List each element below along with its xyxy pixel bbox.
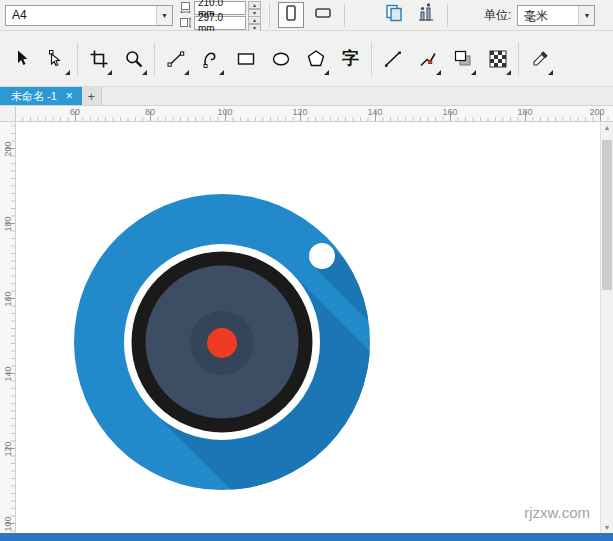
page-dimensions-group: 210.0 mm ▴ ▾ 297.0 mm ▴ ▾ [179, 1, 261, 30]
crop-icon [89, 49, 109, 69]
spin-up-icon[interactable]: ▴ [248, 16, 261, 24]
page-height-stepper[interactable]: ▴ ▾ [248, 16, 261, 30]
ruler-mark: 160 [3, 291, 13, 307]
shape-icon [47, 49, 67, 69]
scroll-up-icon[interactable]: ▲ [601, 124, 613, 131]
page-width-icon [179, 1, 192, 14]
ruler-origin-corner [0, 106, 16, 122]
divider [154, 42, 155, 76]
ruler-mark: 100 [3, 516, 13, 532]
line-tool[interactable] [375, 36, 410, 82]
red-center-circle[interactable] [207, 328, 237, 358]
white-highlight-circle[interactable] [309, 243, 335, 269]
text-tool[interactable]: 字 [333, 36, 368, 82]
watermark: rjzxw.com [524, 504, 590, 521]
close-icon[interactable]: × [66, 90, 73, 102]
all-pages-button[interactable] [381, 2, 407, 28]
ruler-mark: 80 [145, 107, 155, 117]
ruler-mark: 140 [3, 366, 13, 382]
page-size-dropdown[interactable]: A4 ▼ [5, 5, 173, 26]
pattern-fill-icon [488, 49, 508, 69]
ruler-mark: 200 [3, 141, 13, 157]
ruler-mark: 140 [367, 107, 382, 117]
document-tab[interactable]: 未命名 -1 × [0, 87, 82, 105]
ruler-mark: 120 [3, 441, 13, 457]
polyline-icon [418, 49, 438, 69]
line-icon [383, 49, 403, 69]
vertical-scrollbar-thumb[interactable] [602, 140, 612, 290]
divider [77, 42, 78, 76]
polygon-icon [306, 49, 326, 69]
eyedropper-icon [530, 49, 550, 69]
app-window: A4 ▼ 210.0 mm ▴ ▾ 297.0 mm ▴ [0, 0, 613, 541]
portrait-icon [280, 2, 302, 28]
vertical-scrollbar[interactable]: ▲ ▼ [600, 122, 613, 533]
divider [447, 3, 448, 27]
chevron-down-icon[interactable]: ▼ [156, 6, 172, 25]
page-size-value: A4 [6, 6, 156, 25]
horizontal-ruler: 60 80 100 120 140 160 180 200 [0, 106, 613, 122]
rectangle-icon [236, 49, 256, 69]
eyedropper-tool[interactable] [522, 36, 557, 82]
ruler-mark: 60 [70, 107, 80, 117]
pattern-fill-tool[interactable] [480, 36, 515, 82]
divider [518, 42, 519, 76]
pick-tool[interactable] [4, 36, 39, 82]
ellipse-tool[interactable] [263, 36, 298, 82]
spin-up-icon[interactable]: ▴ [248, 1, 261, 9]
horizontal-scrollbar[interactable] [0, 533, 613, 541]
units-dropdown[interactable]: 毫米 ▼ [517, 5, 595, 26]
ruler-mark: 180 [517, 107, 532, 117]
page-layout-button[interactable] [413, 2, 439, 28]
polyline-tool[interactable] [410, 36, 445, 82]
rectangle-tool[interactable] [228, 36, 263, 82]
scroll-down-icon[interactable]: ▼ [601, 524, 613, 531]
page-height-icon [179, 16, 192, 29]
ruler-mark: 100 [217, 107, 232, 117]
freehand-icon [166, 49, 186, 69]
page-width-stepper[interactable]: ▴ ▾ [248, 1, 261, 15]
bezier-icon [201, 49, 221, 69]
bezier-tool[interactable] [193, 36, 228, 82]
shape-tool[interactable] [39, 36, 74, 82]
portrait-orientation-button[interactable] [278, 2, 304, 28]
divider [269, 3, 270, 27]
property-bar: A4 ▼ 210.0 mm ▴ ▾ 297.0 mm ▴ [0, 0, 613, 31]
divider [371, 42, 372, 76]
document-tab-label: 未命名 -1 [11, 89, 57, 104]
ellipse-icon [271, 49, 291, 69]
all-pages-icon [383, 2, 405, 28]
polygon-tool[interactable] [298, 36, 333, 82]
ruler-mark: 120 [292, 107, 307, 117]
landscape-icon [312, 2, 334, 28]
zoom-tool[interactable] [116, 36, 151, 82]
units-value: 毫米 [518, 6, 578, 25]
drop-shadow-icon [453, 49, 473, 69]
chevron-down-icon[interactable]: ▼ [578, 6, 594, 25]
page-height-input[interactable]: 297.0 mm [194, 16, 246, 30]
page-height-row: 297.0 mm ▴ ▾ [179, 16, 261, 30]
text-icon: 字 [342, 47, 359, 70]
landscape-orientation-button[interactable] [310, 2, 336, 28]
plus-icon: + [88, 89, 96, 104]
ruler-mark: 160 [442, 107, 457, 117]
toolbox: 字 [0, 31, 613, 87]
divider [344, 3, 345, 27]
drop-shadow-tool[interactable] [445, 36, 480, 82]
freehand-tool[interactable] [158, 36, 193, 82]
units-label: 单位: [484, 7, 511, 24]
pick-icon [12, 49, 32, 69]
vertical-ruler: 200 180 160 140 120 100 [0, 122, 16, 533]
crop-tool[interactable] [81, 36, 116, 82]
page-layout-icon [415, 2, 437, 28]
ruler-mark: 180 [3, 216, 13, 232]
drawing-canvas[interactable]: rjzxw.com [16, 122, 600, 533]
zoom-icon [124, 49, 144, 69]
new-document-tab-button[interactable]: + [82, 87, 102, 105]
webcam-illustration[interactable] [16, 122, 600, 533]
ruler-mark: 200 [589, 107, 604, 117]
document-tab-bar: 未命名 -1 × + [0, 87, 613, 106]
